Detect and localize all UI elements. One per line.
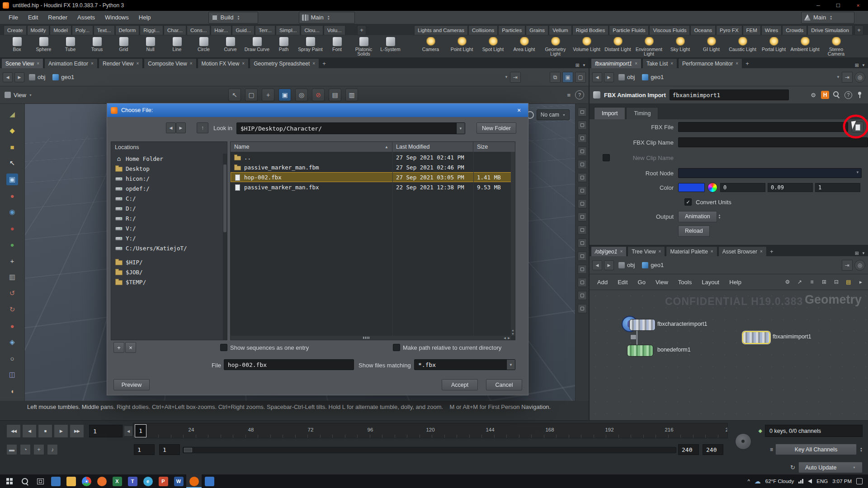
more-icon[interactable]: ▸ (856, 277, 865, 286)
filter-dropdown[interactable]: *.fbx ▼ (414, 359, 515, 370)
pane-tab[interactable]: /obj/geo1 × (591, 246, 627, 256)
pane-tab[interactable]: Scene View × (1, 58, 43, 68)
add-location-button[interactable]: + (113, 342, 124, 353)
location-item[interactable]: opdef:/ (111, 183, 222, 193)
chevron-down-icon[interactable]: ▼ (856, 170, 859, 174)
houdini-logo-icon[interactable]: H (821, 91, 829, 99)
shelf-tool[interactable]: Distant Light (602, 36, 633, 56)
pane-menu-icon[interactable]: ▼ (862, 251, 865, 255)
select-arrow-icon[interactable]: ↖ (228, 89, 241, 101)
close-tab-icon[interactable]: × (37, 61, 39, 66)
shelf-tool[interactable]: Environment Light (633, 36, 665, 56)
walk-character-icon[interactable]: ● (6, 320, 18, 332)
color-value-field[interactable]: 0.09 (768, 183, 813, 192)
path-field[interactable] (79, 71, 503, 83)
shelf-tab[interactable]: Rigid Bodies (572, 25, 609, 35)
chevron-down-icon[interactable]: ▼ (456, 123, 465, 134)
close-tab-icon[interactable]: × (620, 249, 623, 254)
locations-scrollbar[interactable] (223, 154, 227, 340)
close-tab-icon[interactable]: × (711, 249, 713, 254)
show-dynamics-icon[interactable]: ■ (6, 141, 18, 153)
shelf-tab[interactable]: Grains (526, 25, 548, 35)
show-geometry-icon[interactable]: ◆ (6, 125, 18, 136)
parameters-icon[interactable]: ⚙ (783, 277, 792, 286)
shelf-tab[interactable]: Vellum (549, 25, 572, 35)
secure-selection-icon[interactable]: ▣ (278, 89, 291, 101)
file-row[interactable]: hop-002.fbx 27 Sep 2021 03:05 PM 1.41 MB (231, 172, 515, 182)
sticky-note-icon[interactable]: ▤ (844, 277, 853, 286)
shelf-tool[interactable]: Tube (57, 36, 84, 56)
viewport-option-icon[interactable] (578, 186, 587, 195)
shelf-tab[interactable]: Pyro FX (716, 25, 742, 35)
node-label[interactable]: fbxcharacterimport1 (657, 321, 707, 327)
file-explorer-icon[interactable] (63, 474, 79, 488)
current-frame-field[interactable]: 1 (89, 425, 123, 437)
pin-pane-icon[interactable]: ⇥ (842, 260, 853, 271)
shelf-tool[interactable]: Box (4, 36, 30, 56)
column-header-modified[interactable]: Last Modified (392, 142, 473, 152)
shelf-tool[interactable]: Spray Paint (297, 36, 324, 56)
location-item[interactable]: Home Folder (111, 154, 222, 164)
pane-tab[interactable]: Asset Browser × (718, 246, 767, 256)
node-label[interactable]: bonedeform1 (657, 347, 691, 353)
shelf-tool[interactable]: Platonic Solids (350, 36, 377, 56)
move-handle-icon[interactable]: + (262, 89, 274, 101)
column-header-size[interactable]: Size (473, 142, 512, 152)
folder-tab[interactable]: Timing (626, 107, 658, 119)
close-tab-icon[interactable]: × (190, 61, 193, 66)
path-field[interactable] (668, 259, 840, 271)
forward-icon[interactable]: ▶ (176, 122, 186, 133)
shelf-tool[interactable]: Area Light (509, 36, 540, 56)
menu-item[interactable]: Assets (72, 11, 100, 24)
breadcrumb-context[interactable]: obj (616, 260, 637, 271)
stepper-icon[interactable]: ▲▼ (718, 214, 721, 219)
viewport-option-icon[interactable] (578, 265, 587, 274)
look-in-dropdown[interactable]: $HIP/Desktop/Character/ ▼ (236, 122, 465, 134)
chevron-down-icon[interactable]: ▼ (506, 360, 515, 370)
houdini-taskbar-icon[interactable] (186, 474, 202, 488)
location-item[interactable]: C:/ (111, 193, 222, 203)
frame-ruler[interactable]: 244872961201441681922162 1 (133, 423, 728, 438)
character-red-icon[interactable]: ● (6, 222, 18, 234)
preview-button[interactable]: Preview (113, 379, 150, 390)
forward-icon[interactable]: ▶ (604, 260, 614, 270)
keyframe-options-icon[interactable]: + (33, 444, 44, 455)
path-dropdown-icon[interactable]: ▼ (505, 75, 508, 79)
new-folder-button[interactable]: New Folder (476, 122, 516, 134)
viewport-option-icon[interactable] (578, 121, 587, 130)
realtime-toggle-icon[interactable]: ▬ (6, 444, 17, 455)
thumbnail-icon[interactable]: ⊟ (832, 277, 841, 286)
teams-icon[interactable]: T (125, 474, 140, 488)
edge-icon[interactable]: e (140, 474, 156, 488)
pin-pane-icon[interactable]: ⇥ (842, 72, 853, 83)
settings-gear-icon[interactable]: ◈ (6, 336, 18, 348)
play-forward-button[interactable]: ▶ (54, 424, 68, 438)
shelf-tab[interactable]: Volu... (324, 25, 345, 35)
close-tab-icon[interactable]: × (242, 61, 245, 66)
language-indicator[interactable]: ENG (816, 479, 828, 484)
menu-item[interactable]: File (4, 11, 23, 24)
range-slider[interactable] (183, 447, 676, 453)
shelf-tool[interactable]: Sphere (30, 36, 57, 56)
key-all-channels-button[interactable]: Key All Channels (775, 444, 857, 455)
shelf-tool[interactable]: Sky Light (665, 36, 696, 56)
add-shelf-tab-button[interactable]: + (854, 25, 863, 35)
close-tab-icon[interactable]: × (312, 61, 315, 66)
folder-tab[interactable]: Import (594, 107, 625, 119)
menu-item[interactable]: Layout (697, 279, 724, 286)
pane-menu-icon[interactable]: ▼ (862, 63, 865, 67)
network-status-icon[interactable] (798, 479, 803, 483)
shelf-tab[interactable]: Lights and Cameras (414, 25, 468, 35)
back-icon[interactable]: ◀ (166, 122, 176, 133)
dialog-titlebar[interactable]: Choose File: × (107, 103, 528, 117)
pane-tab[interactable]: Performance Monitor × (678, 58, 742, 68)
shelf-tab[interactable]: Deform (115, 25, 140, 35)
range-end-field[interactable]: 240 (703, 444, 723, 455)
shelf-tool[interactable]: Geometry Light (540, 36, 571, 56)
close-tab-icon[interactable]: × (136, 61, 139, 66)
range-start-field[interactable]: 1 (134, 444, 155, 455)
start-button[interactable] (2, 474, 17, 488)
color-swatch[interactable] (678, 183, 705, 192)
notification-center-icon[interactable] (856, 478, 863, 484)
weather-label[interactable]: 62°F Cloudy (765, 479, 794, 484)
